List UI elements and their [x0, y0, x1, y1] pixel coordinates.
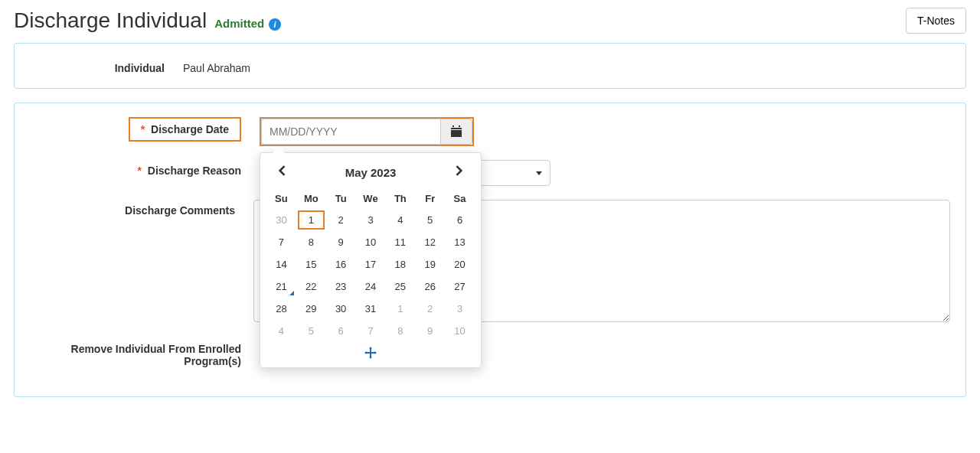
datepicker-day-cell[interactable]: 3	[356, 209, 386, 231]
datepicker-dow-cell: We	[356, 188, 386, 209]
individual-label: Individual	[30, 57, 183, 74]
title-wrap: Discharge Individual Admitted i	[14, 8, 281, 33]
discharge-date-field: May 2023 SuMoTuWeThFrSa 3012345678910111…	[260, 117, 950, 146]
discharge-date-label-col: * Discharge Date	[30, 117, 260, 142]
datepicker-day-cell[interactable]: 1	[385, 298, 415, 320]
datepicker-day-cell[interactable]: 8	[385, 320, 415, 342]
datepicker-day-grid: 3012345678910111213141516171819202122232…	[266, 209, 475, 342]
datepicker-day-cell[interactable]: 9	[415, 320, 445, 342]
discharge-date-label: Discharge Date	[151, 123, 229, 135]
datepicker-day-cell[interactable]: 21	[266, 275, 296, 298]
info-icon[interactable]: i	[269, 18, 281, 31]
required-asterisk: *	[141, 123, 145, 135]
calendar-toggle-button[interactable]	[440, 119, 472, 145]
datepicker-dow-cell: Tu	[326, 188, 356, 209]
datepicker-dow-cell: Sa	[445, 188, 475, 209]
datepicker-day-cell[interactable]: 15	[296, 253, 326, 275]
datepicker-day-cell[interactable]: 29	[296, 298, 326, 320]
discharge-date-input[interactable]	[261, 119, 440, 145]
datepicker-day-cell[interactable]: 30	[326, 298, 356, 320]
move-icon	[364, 347, 377, 361]
datepicker-day-cell[interactable]: 10	[356, 231, 386, 253]
datepicker-day-cell[interactable]: 13	[445, 231, 475, 253]
datepicker-day-cell[interactable]: 2	[326, 209, 356, 231]
status-wrap: Admitted i	[214, 17, 281, 31]
page-title: Discharge Individual	[14, 8, 207, 33]
chevron-left-icon	[277, 165, 286, 176]
datepicker-day-cell[interactable]: 24	[356, 275, 386, 298]
chevron-right-icon	[455, 165, 464, 176]
next-month-button[interactable]	[450, 164, 469, 181]
datepicker-day-cell[interactable]: 5	[415, 209, 445, 231]
datepicker-dow-cell: Su	[266, 188, 296, 209]
datepicker-day-cell[interactable]: 31	[356, 298, 386, 320]
calendar-icon	[450, 125, 462, 138]
individual-panel: Individual Paul Abraham	[14, 43, 966, 89]
page-header: Discharge Individual Admitted i T-Notes	[14, 8, 966, 34]
datepicker-day-cell[interactable]: 5	[296, 320, 326, 342]
datepicker-day-cell[interactable]: 6	[326, 320, 356, 342]
datepicker-header: May 2023	[266, 161, 475, 188]
datepicker-day-cell[interactable]: 12	[415, 231, 445, 253]
datepicker-day-cell[interactable]: 9	[326, 231, 356, 253]
discharge-comments-label: Discharge Comments	[30, 200, 253, 217]
datepicker-dayofweek-row: SuMoTuWeThFrSa	[266, 188, 475, 209]
datepicker-day-cell[interactable]: 16	[326, 253, 356, 275]
datepicker-day-cell[interactable]: 19	[415, 253, 445, 275]
chevron-down-icon	[536, 171, 542, 175]
datepicker-day-cell[interactable]: 11	[385, 231, 415, 253]
datepicker-dow-cell: Mo	[296, 188, 326, 209]
datepicker-day-cell[interactable]: 17	[356, 253, 386, 275]
datepicker-day-cell[interactable]: 30	[266, 209, 296, 231]
datepicker-day-cell[interactable]: 28	[266, 298, 296, 320]
status-badge: Admitted	[214, 17, 264, 30]
discharge-reason-label: Discharge Reason	[148, 165, 241, 177]
datepicker-day-cell[interactable]: 7	[266, 231, 296, 253]
datepicker-day-cell[interactable]: 2	[415, 298, 445, 320]
datepicker-popup: May 2023 SuMoTuWeThFrSa 3012345678910111…	[260, 152, 482, 368]
datepicker-day-cell[interactable]: 10	[445, 320, 475, 342]
datepicker-month-title[interactable]: May 2023	[345, 166, 397, 179]
datepicker-day-cell[interactable]: 25	[385, 275, 415, 298]
datepicker-move-handle[interactable]	[266, 342, 475, 361]
individual-name: Paul Abraham	[183, 57, 950, 74]
datepicker-day-cell[interactable]: 23	[326, 275, 356, 298]
datepicker-day-cell[interactable]: 3	[445, 298, 475, 320]
datepicker-day-cell[interactable]: 26	[415, 275, 445, 298]
datepicker-day-cell[interactable]: 6	[445, 209, 475, 231]
date-input-group	[260, 117, 474, 146]
datepicker-day-cell[interactable]: 20	[445, 253, 475, 275]
datepicker-day-cell[interactable]: 14	[266, 253, 296, 275]
tnotes-button[interactable]: T-Notes	[906, 8, 966, 34]
datepicker-day-cell[interactable]: 7	[356, 320, 386, 342]
datepicker-day-cell[interactable]: 1	[296, 209, 326, 231]
prev-month-button[interactable]	[273, 164, 291, 181]
datepicker-dow-cell: Fr	[415, 188, 445, 209]
discharge-reason-label-col: * Discharge Reason	[30, 160, 260, 177]
datepicker-day-cell[interactable]: 4	[266, 320, 296, 342]
required-asterisk: *	[137, 165, 141, 177]
form-panel: * Discharge Date May 2023	[14, 103, 966, 397]
datepicker-day-cell[interactable]: 8	[296, 231, 326, 253]
datepicker-dow-cell: Th	[385, 188, 415, 209]
datepicker-day-cell[interactable]: 4	[385, 209, 415, 231]
discharge-date-label-highlight: * Discharge Date	[129, 117, 241, 142]
datepicker-day-cell[interactable]: 27	[445, 275, 475, 298]
remove-programs-label: Remove Individual From Enrolled Program(…	[30, 338, 260, 367]
datepicker-day-cell[interactable]: 18	[385, 253, 415, 275]
datepicker-day-cell[interactable]: 22	[296, 275, 326, 298]
